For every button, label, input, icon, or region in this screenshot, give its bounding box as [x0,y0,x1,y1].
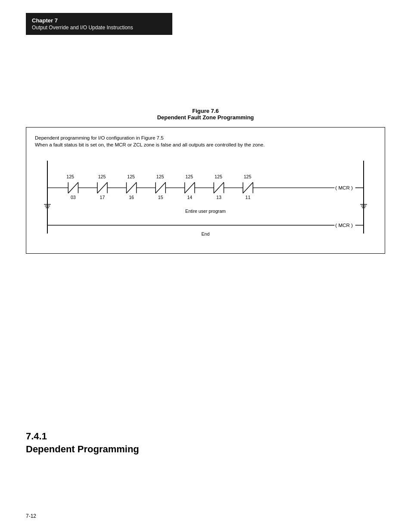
svg-line-4 [68,182,78,193]
svg-text:End: End [202,231,210,236]
svg-line-40 [243,182,253,193]
ladder-diagram: 125 03 125 17 125 16 125 15 [35,155,376,243]
ladder-svg: 125 03 125 17 125 16 125 15 [35,155,376,241]
figure-number: Figure 7.6 [0,108,411,114]
svg-text:11: 11 [246,195,251,200]
svg-line-22 [156,182,165,193]
svg-text:125: 125 [98,174,106,179]
svg-text:16: 16 [129,195,134,200]
svg-text:Entire user program: Entire user program [185,208,226,214]
svg-text:17: 17 [100,195,105,200]
svg-text:125: 125 [244,174,252,179]
figure-title: Dependent Fault Zone Programming [0,114,411,121]
diagram-note1: Dependent programming for I/O configurat… [35,135,376,140]
svg-text:125: 125 [156,174,164,179]
section-heading: 7.4.1 Dependent Programming [26,431,139,455]
svg-text:15: 15 [158,195,163,200]
section-number: 7.4.1 [26,431,139,442]
diagram-container: Dependent programming for I/O configurat… [26,127,385,254]
diagram-note2: When a fault status bit is set on, the M… [35,142,376,147]
svg-line-10 [97,182,107,193]
svg-text:14: 14 [187,195,192,200]
svg-text:03: 03 [71,195,76,200]
chapter-header: Chapter 7 Output Override and I/O Update… [26,13,172,35]
svg-text:125: 125 [185,174,193,179]
svg-text:125: 125 [127,174,135,179]
svg-text:13: 13 [216,195,221,200]
svg-line-34 [214,182,224,193]
svg-text:( MCR ): ( MCR ) [335,185,353,190]
svg-text:125: 125 [215,174,222,179]
section-title: Dependent Programming [26,444,139,455]
svg-text:( MCR ): ( MCR ) [335,223,353,228]
figure-caption: Figure 7.6 Dependent Fault Zone Programm… [0,108,411,121]
svg-line-16 [126,182,136,193]
svg-text:125: 125 [66,174,74,179]
chapter-subtitle: Output Override and I/O Update Instructi… [32,25,166,31]
page-number: 7-12 [26,513,36,519]
chapter-label: Chapter 7 [32,17,166,24]
svg-line-28 [185,182,195,193]
